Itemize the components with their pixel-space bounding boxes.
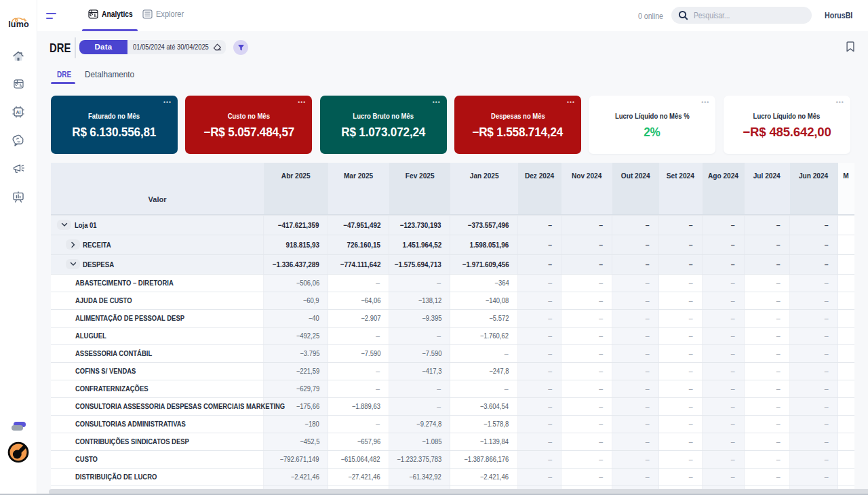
svg-text:AI: AI (16, 110, 21, 115)
